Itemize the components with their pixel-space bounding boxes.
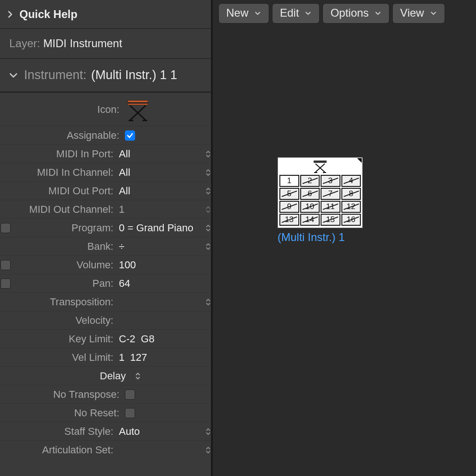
edit-menu[interactable]: Edit (272, 3, 320, 24)
stepper-icon[interactable] (205, 242, 211, 251)
row-staff-style: Staff Style: Auto (0, 422, 211, 440)
new-menu[interactable]: New (218, 3, 269, 24)
channel-button[interactable]: 4 (341, 175, 361, 187)
stepper-icon[interactable] (205, 168, 211, 177)
channel-button[interactable]: 8 (341, 188, 361, 200)
row-no-reset: No Reset: (0, 403, 211, 422)
staff-style-value[interactable]: Auto (117, 426, 205, 438)
key-limit-low[interactable]: C-2 (119, 333, 135, 345)
articulation-set-label: Articulation Set: (11, 444, 117, 456)
row-velocity: Velocity: (0, 311, 211, 329)
canvas-toolbar: New Edit Options View (213, 0, 476, 27)
no-reset-label: No Reset: (17, 407, 123, 419)
midi-in-port-label: MIDI In Port: (11, 148, 117, 160)
icon-value[interactable] (123, 97, 211, 123)
channel-button[interactable]: 1 (279, 175, 299, 187)
view-menu[interactable]: View (392, 3, 445, 24)
quick-help-title: Quick Help (19, 8, 77, 21)
row-program: Program: 0 = Grand Piano (0, 218, 211, 237)
row-midi-out-port: MIDI Out Port: All (0, 181, 211, 200)
chevron-down-icon (7, 69, 19, 81)
row-no-transpose: No Transpose: (0, 385, 211, 403)
channel-button[interactable]: 5 (279, 188, 299, 200)
chevron-down-icon (254, 9, 261, 17)
keyboard-stand-icon (312, 160, 328, 173)
stepper-icon[interactable] (205, 298, 211, 306)
stepper-icon[interactable] (205, 446, 211, 454)
volume-checkbox[interactable] (0, 260, 11, 270)
row-delay: Delay (0, 366, 211, 385)
layer-value: MIDI Instrument (43, 37, 122, 49)
svg-rect-6 (323, 172, 326, 173)
midi-in-channel-label: MIDI In Channel: (11, 167, 117, 179)
instrument-value: (Multi Instr.) 1 1 (91, 68, 177, 82)
transposition-label: Transposition: (11, 296, 117, 308)
row-transposition: Transposition: (0, 292, 211, 311)
no-transpose-checkbox[interactable] (125, 389, 135, 400)
channel-button[interactable]: 10 (300, 201, 320, 213)
quick-help-header[interactable]: Quick Help (0, 0, 211, 29)
chevron-down-icon (304, 9, 312, 17)
midi-out-port-value[interactable]: All (117, 185, 205, 197)
channel-button[interactable]: 9 (279, 201, 299, 213)
key-limit-label: Key Limit: (11, 333, 117, 345)
channel-button[interactable]: 3 (321, 175, 340, 187)
channel-button[interactable]: 12 (341, 201, 361, 213)
midi-in-port-value[interactable]: All (117, 148, 205, 160)
svg-rect-2 (129, 120, 133, 121)
channel-button[interactable]: 7 (321, 188, 340, 200)
row-vel-limit: Vel Limit: 1 127 (0, 348, 211, 366)
multi-instrument-object[interactable]: 12345678910111213141516 (Multi Instr.) 1 (278, 157, 363, 244)
no-reset-checkbox[interactable] (125, 408, 135, 418)
pan-label: Pan: (11, 278, 117, 290)
channel-button[interactable]: 13 (279, 214, 299, 226)
options-label: Options (330, 6, 369, 19)
channel-button[interactable]: 14 (300, 214, 320, 226)
new-label: New (226, 6, 248, 19)
key-limit-high[interactable]: G8 (141, 333, 155, 345)
staff-style-label: Staff Style: (11, 426, 117, 438)
instrument-label: Instrument: (24, 68, 87, 82)
stepper-icon[interactable] (205, 224, 211, 232)
midi-out-channel-label: MIDI Out Channel: (11, 204, 117, 216)
row-volume: Volume: 100 (0, 255, 211, 274)
velocity-label: Velocity: (11, 315, 117, 327)
pan-value[interactable]: 64 (117, 278, 205, 290)
stepper-icon[interactable] (131, 372, 144, 380)
object-label[interactable]: (Multi Instr.) 1 (278, 231, 363, 244)
bank-label: Bank: (11, 241, 117, 253)
chevron-down-icon (430, 9, 437, 17)
channel-button[interactable]: 11 (321, 201, 340, 213)
midi-in-channel-value[interactable]: All (117, 167, 205, 179)
no-transpose-label: No Transpose: (17, 389, 123, 401)
icon-label: Icon: (17, 104, 123, 116)
channel-button[interactable]: 6 (300, 188, 320, 200)
pan-checkbox[interactable] (0, 278, 11, 289)
vel-limit-low[interactable]: 1 (119, 352, 124, 364)
row-icon: Icon: (0, 93, 211, 126)
stepper-icon[interactable] (205, 205, 211, 214)
multi-instrument-card[interactable]: 12345678910111213141516 (278, 157, 363, 228)
channel-button[interactable]: 2 (300, 175, 320, 187)
vel-limit-high[interactable]: 127 (130, 352, 147, 364)
stepper-icon[interactable] (205, 150, 211, 158)
bank-value[interactable]: ÷ (117, 241, 205, 253)
layer-row[interactable]: Layer: MIDI Instrument (0, 29, 211, 59)
channel-button[interactable]: 16 (341, 214, 361, 226)
triangle-icon[interactable] (357, 158, 362, 163)
program-value[interactable]: 0 = Grand Piano (117, 222, 205, 234)
midi-out-channel-value[interactable]: 1 (117, 204, 205, 216)
stepper-icon[interactable] (205, 427, 211, 436)
stepper-icon[interactable] (205, 187, 211, 195)
assignable-label: Assignable: (17, 130, 123, 142)
program-checkbox[interactable] (0, 223, 11, 233)
channel-button[interactable]: 15 (321, 214, 340, 226)
instrument-header[interactable]: Instrument: (Multi Instr.) 1 1 (0, 59, 211, 93)
layer-label: Layer: (9, 37, 40, 49)
environment-canvas[interactable]: New Edit Options View (213, 0, 476, 476)
volume-value[interactable]: 100 (117, 259, 205, 271)
options-menu[interactable]: Options (322, 3, 389, 24)
row-pan: Pan: 64 (0, 274, 211, 292)
delay-label[interactable]: Delay (23, 370, 130, 382)
assignable-checkbox[interactable] (125, 130, 135, 141)
